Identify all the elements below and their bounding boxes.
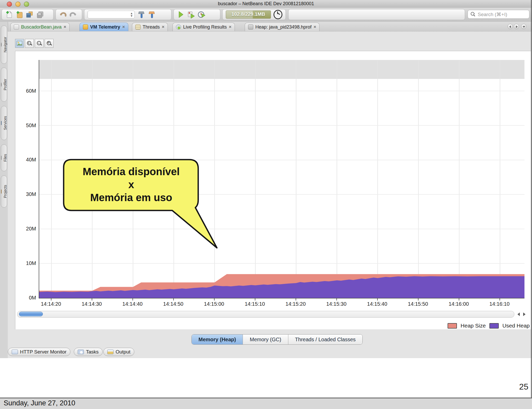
- window-titlebar: buscador – NetBeans IDE Dev 200812180001: [0, 0, 532, 8]
- undo-icon[interactable]: [59, 11, 67, 18]
- run-icon[interactable]: [177, 11, 185, 18]
- garbage-collect-icon[interactable]: [274, 10, 282, 19]
- debug-icon[interactable]: [187, 11, 195, 18]
- sidebar-item-profiler[interactable]: Profiler: [1, 67, 7, 102]
- tasks-icon: [78, 350, 84, 354]
- scroll-left-arrow-icon[interactable]: [517, 312, 520, 316]
- tab-label: Threads: [143, 24, 160, 30]
- profiling-results-icon: [176, 24, 181, 30]
- export-chart-image-button[interactable]: [15, 39, 24, 48]
- x-tick-label: 14:14:30: [82, 301, 102, 307]
- http-monitor-icon: [12, 350, 18, 354]
- image-icon: [17, 40, 22, 46]
- x-tick-label: 14:15:50: [408, 301, 428, 307]
- main-toolbar: ▲▼ 102.8/229.1MB Search (⌘+I): [0, 8, 532, 22]
- x-tick-mark: [377, 298, 378, 301]
- legend-heap-size-label: Heap Size: [461, 323, 486, 329]
- clean-build-hammer-icon[interactable]: [148, 11, 156, 18]
- tab-live-profiling-results[interactable]: Live Profiling Results ×: [172, 23, 235, 31]
- close-tab-icon[interactable]: ×: [122, 24, 125, 30]
- sidebar-item-services[interactable]: Services: [1, 106, 7, 140]
- profile-icon[interactable]: [198, 11, 205, 18]
- memory-indicator[interactable]: 102.8/229.1MB: [226, 10, 271, 19]
- slide: buscador – NetBeans IDE Dev 200812180001…: [0, 0, 532, 409]
- x-tick-label: 14:15:40: [367, 301, 387, 307]
- sidebar-item-navigator[interactable]: Navigator: [1, 25, 7, 64]
- output-icon: [107, 350, 114, 354]
- scroll-right-arrow-icon[interactable]: [523, 312, 526, 316]
- toolbar-config-group: ▲▼: [84, 9, 171, 20]
- x-tick-mark: [500, 298, 500, 301]
- sidebar-item-files[interactable]: Files: [1, 144, 7, 171]
- x-tick-mark: [459, 298, 459, 301]
- telemetry-view-switcher: Memory (Heap) Memory (GC) Threads / Load…: [191, 334, 363, 345]
- y-tick-label: 10M: [16, 260, 36, 266]
- open-project-icon[interactable]: [26, 11, 34, 18]
- bottom-button-label: HTTP Server Monitor: [20, 349, 66, 355]
- http-server-monitor-button[interactable]: HTTP Server Monitor: [8, 348, 70, 356]
- scroll-tabs-right-button[interactable]: [514, 24, 519, 29]
- callout-line-2: x: [65, 178, 197, 191]
- services-icon: [1, 121, 2, 125]
- x-tick-mark: [51, 298, 51, 301]
- tab-heap-hprof[interactable]: Heap: java_pid23498.hprof ×: [245, 23, 320, 31]
- scrollbar-thumb[interactable]: [19, 312, 43, 316]
- sidebar-item-projects[interactable]: Projects: [1, 175, 7, 208]
- toolbar-undo-group: [56, 9, 82, 20]
- output-button[interactable]: Output: [103, 348, 134, 356]
- tasks-button[interactable]: Tasks: [74, 348, 103, 356]
- configuration-combobox[interactable]: ▲▼: [88, 11, 135, 18]
- close-tab-icon[interactable]: ×: [64, 24, 66, 30]
- new-project-icon[interactable]: [15, 11, 23, 18]
- legend-used-heap-label: Used Heap: [502, 323, 530, 329]
- close-tab-icon[interactable]: ×: [162, 24, 164, 30]
- window-title: buscador – NetBeans IDE Dev 200812180001: [0, 1, 532, 6]
- tab-memory-gc[interactable]: Memory (GC): [243, 335, 288, 344]
- used-heap-swatch: [489, 323, 499, 329]
- redo-icon[interactable]: [69, 11, 77, 18]
- tab-vm-telemetry[interactable]: VM Telemetry ×: [79, 23, 128, 31]
- zoom-in-button[interactable]: +: [25, 39, 34, 48]
- chart-legend: Heap Size Used Heap: [448, 323, 530, 329]
- y-tick-label: 0M: [16, 295, 36, 301]
- x-tick-mark: [255, 298, 255, 301]
- search-input[interactable]: Search (⌘+I): [468, 10, 529, 19]
- x-tick-label: 14:15:20: [285, 301, 306, 307]
- sidebar-item-label: Navigator: [3, 37, 7, 52]
- tab-memory-heap[interactable]: Memory (Heap): [192, 335, 243, 344]
- slide-border-right: [531, 0, 532, 398]
- x-tick-label: 14:14:40: [122, 301, 143, 307]
- x-tick-label: 14:14:50: [163, 301, 183, 307]
- build-hammer-icon[interactable]: [137, 11, 145, 18]
- combobox-stepper-icon[interactable]: ▲▼: [130, 12, 133, 17]
- close-tab-icon[interactable]: ×: [229, 24, 231, 30]
- x-tick-mark: [418, 298, 418, 301]
- heap-file-icon: [248, 24, 253, 30]
- tab-threads[interactable]: Threads ×: [132, 23, 168, 31]
- left-sidebar: Navigator Profiler Services Files Projec…: [0, 22, 8, 358]
- scroll-tabs-left-button[interactable]: [508, 24, 513, 29]
- save-all-icon[interactable]: [36, 11, 44, 18]
- tab-buscadorbean-java[interactable]: BuscadorBean.java ×: [10, 23, 70, 31]
- x-tick-label: 14:15:30: [326, 301, 347, 307]
- tab-threads-loaded-classes[interactable]: Threads / Loaded Classes: [288, 335, 362, 344]
- close-tab-icon[interactable]: ×: [314, 24, 316, 30]
- chart-horizontal-scrollbar[interactable]: [17, 311, 514, 318]
- navigator-compass-icon: [1, 43, 2, 47]
- zoom-out-button[interactable]: −: [35, 39, 44, 48]
- y-tick-label: 20M: [16, 226, 36, 232]
- bottom-button-label: Tasks: [86, 349, 99, 355]
- toolbar-memory-group: 102.8/229.1MB: [222, 9, 286, 20]
- x-tick-label: 14:15:00: [204, 301, 224, 307]
- tab-list-dropdown-button[interactable]: [521, 24, 526, 29]
- callout-text: Memória disponível x Memória em uso: [65, 165, 197, 204]
- toolbar-run-group: [174, 9, 220, 20]
- threads-icon: [135, 24, 141, 30]
- y-tick-label: 50M: [16, 122, 36, 128]
- tab-label: BuscadorBean.java: [21, 24, 62, 30]
- new-file-icon[interactable]: [5, 11, 13, 18]
- x-tick-label: 14:16:00: [449, 301, 469, 307]
- editor-tab-strip: BuscadorBean.java × VM Telemetry × Threa…: [8, 22, 532, 32]
- bottom-button-label: Output: [116, 349, 130, 355]
- zoom-reset-button[interactable]: ⟳: [45, 39, 54, 48]
